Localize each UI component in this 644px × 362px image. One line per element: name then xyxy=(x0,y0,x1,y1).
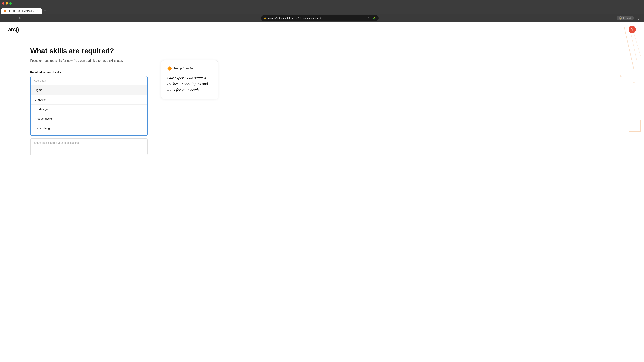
reload-button[interactable]: ↻ xyxy=(18,15,23,21)
titlebar xyxy=(0,0,644,7)
bookmark-icon[interactable]: ☆ xyxy=(368,16,370,20)
pro-tip-text: Our experts can suggest the best technol… xyxy=(167,75,212,93)
site-logo[interactable]: arc() xyxy=(8,26,19,33)
tab-favicon: arc() xyxy=(4,9,6,12)
tab-title: Hire Top Remote Software Dev xyxy=(8,10,35,12)
form-section: What skills are required? Focus on requi… xyxy=(30,47,148,156)
dropdown-item-figma[interactable]: Figma xyxy=(30,85,147,95)
back-button[interactable]: ← xyxy=(3,15,8,21)
pro-tip-header: 🔶 Pro tip from Arc xyxy=(167,66,212,71)
address-bar[interactable]: 🔒 arc.dev/get-started/designer?step=job-… xyxy=(261,15,378,21)
required-indicator: * xyxy=(62,71,64,74)
page-content: arc() Y What skills are required? Focus … xyxy=(0,22,644,362)
browser-menu-button[interactable]: ⋮ xyxy=(636,15,641,21)
dropdown-item-ux-design[interactable]: UX design xyxy=(30,105,147,114)
field-label: Required technical skills * xyxy=(30,71,148,74)
pro-tip-section: 🔶 Pro tip from Arc Our experts can sugge… xyxy=(161,47,218,156)
address-text: arc.dev/get-started/designer?step=job-re… xyxy=(268,17,366,19)
address-icons: ☆ 🧩 xyxy=(368,16,376,20)
pro-tip-icon: 🔶 xyxy=(167,66,172,71)
extensions-icon[interactable]: 🧩 xyxy=(372,16,376,20)
tag-input[interactable] xyxy=(30,76,148,85)
expectations-textarea[interactable] xyxy=(30,138,148,155)
dropdown-item-prototyping[interactable]: Prototyping xyxy=(30,133,147,136)
close-window-button[interactable] xyxy=(2,2,4,4)
minimize-window-button[interactable] xyxy=(6,2,8,4)
tabs-bar: arc() Hire Top Remote Software Dev × + xyxy=(0,7,644,14)
dropdown-item-visual-design[interactable]: Visual design xyxy=(30,124,147,133)
pro-tip-card: 🔶 Pro tip from Arc Our experts can sugge… xyxy=(161,60,218,99)
page-heading: What skills are required? xyxy=(30,47,148,55)
main-container: What skills are required? Focus on requi… xyxy=(0,37,644,166)
active-tab[interactable]: arc() Hire Top Remote Software Dev × xyxy=(1,8,42,14)
skills-dropdown: Figma UI design UX design Product design… xyxy=(30,85,148,136)
address-bar-row: ← → ↻ 🔒 arc.dev/get-started/designer?ste… xyxy=(0,14,644,22)
browser-chrome: arc() Hire Top Remote Software Dev × + ←… xyxy=(0,0,644,22)
new-tab-button[interactable]: + xyxy=(42,8,47,13)
incognito-icon: 🕵 xyxy=(619,16,622,20)
incognito-badge[interactable]: 🕵 Incognito xyxy=(617,16,634,20)
maximize-window-button[interactable] xyxy=(10,2,12,4)
page-subtext: Focus on required skills for now. You ca… xyxy=(30,58,148,63)
dropdown-item-ui-design[interactable]: UI design xyxy=(30,95,147,105)
incognito-label: Incognito xyxy=(623,17,632,19)
forward-button[interactable]: → xyxy=(10,15,16,21)
pro-tip-label: Pro tip from Arc xyxy=(174,67,194,70)
tag-input-wrapper: Figma UI design UX design Product design… xyxy=(30,76,148,136)
lock-icon: 🔒 xyxy=(264,17,267,19)
tab-close-button[interactable]: × xyxy=(36,9,39,12)
user-avatar[interactable]: Y xyxy=(628,26,636,33)
dropdown-item-product-design[interactable]: Product design xyxy=(30,114,147,124)
window-controls xyxy=(2,2,12,4)
site-header: arc() Y xyxy=(0,22,644,37)
